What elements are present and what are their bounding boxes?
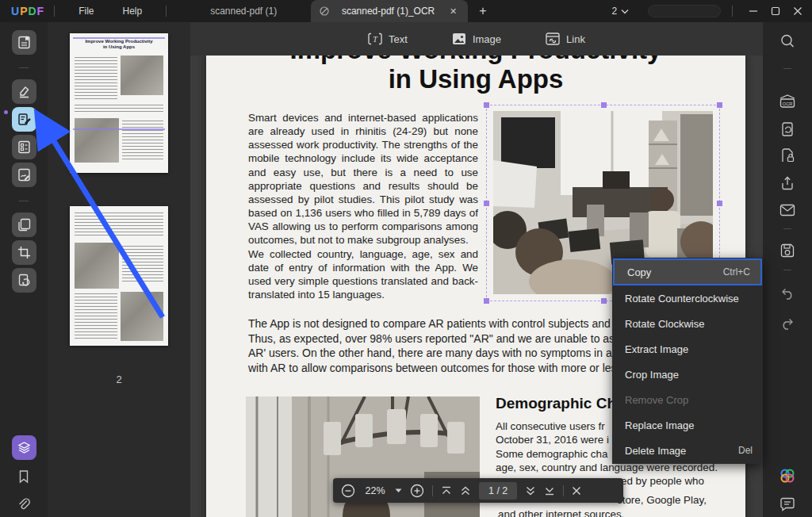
save-icon[interactable] — [778, 241, 797, 260]
sign-icon[interactable] — [12, 163, 36, 187]
resize-handle[interactable] — [601, 298, 607, 304]
menu-shortcut: Del — [738, 445, 753, 456]
menu-label: Replace Image — [625, 419, 694, 431]
image-icon — [452, 33, 466, 45]
bookmark-icon[interactable] — [14, 467, 33, 486]
tab-label: scanned-pdf (1)_OCR — [342, 6, 435, 17]
menu-item-rotate-counterclockwise[interactable]: Rotate Counterclockwise — [612, 285, 763, 311]
left-toolbar — [0, 22, 48, 517]
previous-page-icon[interactable] — [460, 486, 471, 496]
page-title: in Using Apps — [206, 64, 745, 94]
document-count-dropdown[interactable]: 2 — [612, 6, 630, 17]
comment-icon[interactable] — [12, 79, 36, 104]
titlebar: UPDF File Help scanned-pdf (1) scanned-p… — [0, 0, 812, 22]
zoom-in-icon[interactable] — [410, 484, 424, 498]
new-tab-button[interactable]: + — [479, 4, 486, 18]
tool-label: Image — [473, 33, 501, 45]
menu-item-rotate-clockwise[interactable]: Rotate Clockwise — [612, 311, 763, 336]
rail-divider — [783, 270, 791, 270]
resize-handle[interactable] — [717, 201, 722, 206]
zoom-dropdown-icon[interactable] — [395, 488, 402, 493]
rail-divider — [783, 228, 791, 229]
menu-help[interactable]: Help — [109, 6, 157, 17]
convert-icon[interactable] — [12, 268, 36, 293]
resize-handle[interactable] — [601, 102, 607, 108]
tab-scanned-pdf-ocr[interactable]: scanned-pdf (1)_OCR ✕ — [311, 0, 468, 22]
thumbnails-panel-icon[interactable] — [12, 435, 36, 460]
organize-pages-icon[interactable] — [12, 213, 36, 237]
zoom-level[interactable]: 22% — [363, 485, 387, 496]
image-tool-button[interactable]: Image — [452, 33, 501, 45]
close-icon[interactable] — [787, 0, 809, 22]
tab-close-icon[interactable]: ✕ — [446, 6, 460, 17]
thumb-title: in Using Apps — [70, 44, 168, 50]
search-icon[interactable] — [778, 32, 797, 51]
right-toolbar: OCR — [763, 22, 812, 517]
tab-scanned-pdf[interactable]: scanned-pdf (1) — [176, 0, 311, 22]
rail-divider — [19, 201, 29, 201]
menu-item-copy[interactable]: Copy Ctrl+C — [613, 258, 762, 285]
next-page-icon[interactable] — [525, 486, 536, 496]
maximize-icon[interactable] — [764, 0, 787, 22]
link-icon — [546, 33, 560, 45]
minimize-icon[interactable] — [742, 0, 764, 22]
resize-handle[interactable] — [484, 298, 489, 304]
menu-item-extract-image[interactable]: Extract Image — [612, 336, 763, 362]
close-toolbar-icon[interactable] — [572, 486, 581, 496]
tool-label: Link — [566, 33, 585, 45]
redo-icon[interactable] — [778, 314, 797, 333]
forms-icon[interactable] — [12, 135, 36, 159]
undo-icon[interactable] — [778, 284, 797, 303]
mail-icon[interactable] — [778, 201, 797, 220]
doc-count: 2 — [612, 6, 618, 17]
feedback-icon[interactable] — [778, 495, 797, 514]
protect-icon[interactable] — [778, 146, 797, 165]
last-page-icon[interactable] — [544, 486, 555, 496]
crop-icon[interactable] — [12, 240, 36, 265]
link-tool-button[interactable]: Link — [546, 33, 585, 45]
rail-divider — [19, 67, 29, 68]
text-icon: T — [368, 33, 382, 45]
first-page-icon[interactable] — [441, 486, 452, 496]
resize-handle[interactable] — [484, 102, 489, 108]
text-tool-button[interactable]: T Text — [368, 33, 408, 45]
text-fragment: ed by people who — [621, 475, 704, 487]
convert-file-icon[interactable] — [778, 120, 797, 139]
ocr-icon[interactable]: OCR — [778, 92, 797, 111]
chevron-down-icon — [621, 9, 629, 14]
menu-label: Rotate Clockwise — [625, 318, 704, 330]
share-icon[interactable] — [778, 174, 797, 193]
menu-item-replace-image[interactable]: Replace Image — [612, 412, 763, 438]
menu-shortcut: Ctrl+C — [723, 266, 750, 278]
body-text-column: Smart devices and internet-based applica… — [248, 111, 478, 301]
body-text-wide: The App is not designed to compare AR pa… — [248, 316, 649, 375]
titlebar-divider — [54, 6, 55, 17]
zoom-out-icon[interactable] — [341, 484, 355, 498]
page-2-thumbnail[interactable] — [70, 206, 168, 346]
menu-item-delete-image[interactable]: Delete Image Del — [612, 438, 763, 463]
resize-handle[interactable] — [717, 102, 722, 108]
text-fragment: and other internet sources. — [498, 508, 624, 517]
page-navigation-toolbar: 22% 1 / 2 — [333, 478, 623, 503]
edit-mode-toolbar: T Text Image Link — [190, 22, 763, 56]
reader-icon[interactable] — [12, 30, 36, 55]
menu-file[interactable]: File — [64, 6, 108, 17]
ai-assistant-icon[interactable] — [778, 466, 797, 485]
toolbar-divider — [432, 485, 433, 496]
page-1-thumbnail[interactable]: Improve Working Productivity in Using Ap… — [70, 33, 168, 173]
page-indicator[interactable]: 1 / 2 — [479, 482, 517, 500]
toolbar-divider — [563, 485, 564, 496]
menu-label: Delete Image — [625, 445, 686, 457]
menu-item-crop-image[interactable]: Crop Image — [612, 362, 763, 387]
attachment-icon[interactable] — [14, 495, 33, 514]
menu-label: Remove Crop — [625, 394, 688, 406]
thumb-title: Improve Working Productivity — [70, 39, 168, 44]
thumbnail-panel: Improve Working Productivity in Using Ap… — [48, 22, 190, 517]
resize-handle[interactable] — [484, 201, 489, 206]
rail-divider — [783, 68, 791, 69]
titlebar-divider — [166, 6, 167, 17]
edit-icon[interactable] — [12, 107, 36, 132]
svg-text:OCR: OCR — [783, 101, 792, 106]
ocr-tab-icon — [319, 6, 330, 17]
tool-label: Text — [389, 33, 408, 45]
